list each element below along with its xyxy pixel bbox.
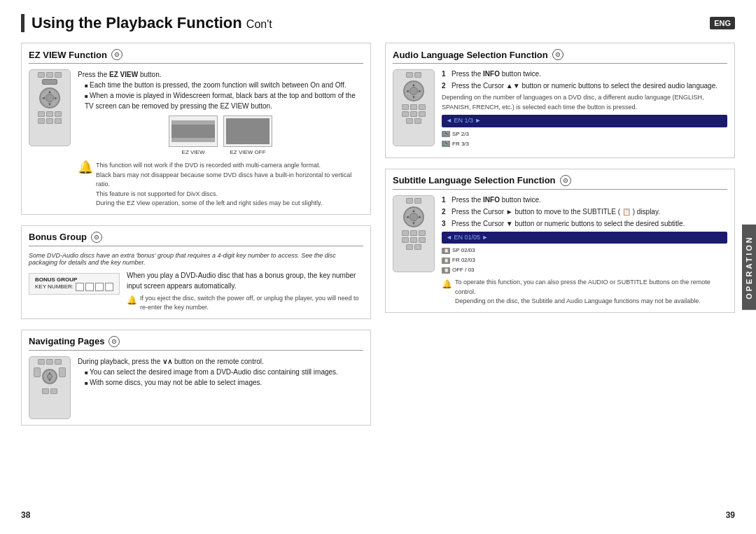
nav-vol-up [34, 367, 41, 377]
remote-btn-7 [38, 118, 45, 124]
audio-display: ◄ EN 1/3 ► 🔊 SP 2/3 🔊 FR 3/3 [442, 115, 727, 149]
left-column: EZ VIEW Function ⊙ [21, 43, 371, 503]
audio-lang-row-1: 🔊 SP 2/3 [442, 129, 727, 139]
audio-text: 1 Press the INFO button twice. 2 Press t… [442, 69, 727, 152]
audio-lang-1: SP 2/3 [452, 130, 469, 139]
audio-r-7 [410, 111, 417, 117]
subtitle-step1: 1 Press the INFO button twice. [442, 195, 727, 205]
note-bullet: 🔔 [127, 294, 137, 307]
nav-desc-start: During playback, press the [78, 358, 160, 365]
ez-view-step1: Press the EZ VIEW button. [78, 69, 363, 80]
diagram-on-image [172, 120, 214, 141]
nav-r-btn-5 [50, 388, 57, 394]
remote-btn-5 [46, 111, 53, 117]
title-text: Using the Playback Function Con't [31, 14, 272, 32]
bonus-group-content: BONUS GROUP KEY NUMBER: [29, 270, 363, 313]
subtitle-remote-row4 [406, 244, 421, 250]
nav-remote: ▲ ▼ [29, 356, 71, 419]
audio-step1-num: 1 [442, 69, 449, 79]
remote-row-4 [38, 118, 62, 124]
bonus-group-title: Bonus Group ⊙ [29, 232, 363, 246]
navigating-pages-title: Navigating Pages ⊙ [29, 336, 363, 351]
bonus-group-title-text: Bonus Group [29, 232, 87, 242]
key-sq-2 [85, 283, 94, 291]
nav-vol-dn [59, 367, 66, 377]
audio-language-content: ▲ ▼ ◄ ► [393, 69, 727, 152]
sub-nav-down: ▼ [412, 221, 416, 225]
subtitle-language-content: ▲ ▼ ◄ ► [393, 195, 727, 307]
sub-r-1 [406, 198, 413, 204]
nav-bullet-2: With some discs, you may not be able to … [85, 377, 363, 388]
sub-step1-num: 1 [442, 195, 449, 205]
bonus-note: 🔔 If you eject the disc, switch the powe… [127, 294, 363, 313]
ez-view-content: ▲ ▼ ◄ ► [29, 69, 363, 209]
sub-step1-text: Press the INFO button twice. [451, 195, 541, 205]
sub-r-4 [410, 230, 417, 236]
remote-row-1 [38, 72, 62, 78]
key-labels: BONUS GROUP KEY NUMBER: [35, 276, 113, 291]
nav-center-btn [46, 94, 54, 102]
page-number-left: 38 [21, 510, 30, 520]
sub-lang-row-1: 📋 SP 02/03 [442, 246, 727, 255]
bonus-group-icon: ⊙ [91, 232, 102, 243]
page-numbers: 38 39 [21, 510, 735, 520]
subtitle-note-icon: 🔔 [442, 278, 452, 290]
note-text: This function will not work if the DVD i… [96, 161, 363, 209]
audio-r-4 [410, 104, 417, 110]
sub-r-3 [402, 230, 409, 236]
navigating-pages-section: Navigating Pages ⊙ ▲ [21, 330, 371, 426]
diagram-off-box [223, 115, 272, 147]
audio-nav-right: ► [418, 89, 422, 93]
sub-r-9 [406, 244, 413, 250]
sub-lang-icon-1: 📋 [442, 248, 450, 254]
subtitle-remote: ▲ ▼ ◄ ► [393, 195, 435, 272]
nav-circle: ▲ ▼ ◄ ► [39, 87, 60, 108]
sub-r-5 [419, 230, 426, 236]
sub-lang-1: SP 02/03 [452, 246, 475, 255]
remote-row-2 [42, 79, 57, 85]
audio-remote-row4 [406, 118, 421, 124]
diagram-off-image [226, 118, 269, 144]
nav-right: ► [54, 96, 58, 100]
audio-language-section: Audio Language Selection Function ⊙ ▲ ▼ … [385, 43, 735, 158]
sub-lang-3: OFF / 03 [452, 266, 475, 274]
nav-remote-row3 [42, 388, 57, 394]
ez-view-title-text: EZ VIEW Function [29, 50, 107, 60]
nav-remote-row1 [38, 359, 62, 365]
sub-r-2 [414, 198, 421, 204]
nav-bullet-1: You can select the desired image from a … [85, 367, 363, 377]
diagram-off: EZ VIEW OFF [223, 115, 272, 157]
subtitle-language-icon: ⊙ [560, 175, 571, 186]
right-column: Audio Language Selection Function ⊙ ▲ ▼ … [385, 43, 735, 503]
sub-nav-right: ► [418, 215, 422, 219]
audio-r-1 [406, 72, 413, 78]
bonus-italic-note: Some DVD-Audio discs have an extra 'bonu… [29, 252, 363, 266]
subtitle-notes: 🔔 To operate this function, you can also… [442, 278, 727, 307]
nav-desc-end: button on the remote control. [174, 358, 264, 365]
nav-r-btn-3 [55, 359, 62, 365]
diagram-on: EZ VIEW [169, 115, 218, 157]
page-container: Using the Playback Function Con't ENG EZ… [0, 0, 756, 534]
remote-row-3 [38, 111, 62, 117]
navigating-pages-title-text: Navigating Pages [29, 336, 104, 346]
audio-step1: 1 Press the INFO button twice. [442, 69, 727, 79]
sub-lang-icon-3: 📋 [442, 267, 450, 274]
key-input-box: BONUS GROUP KEY NUMBER: [29, 273, 120, 295]
subtitle-display: ◄ EN 01/05 ► 📋 SP 02/03 📋 FR 02/03 [442, 232, 727, 276]
remote-btn-9 [55, 118, 62, 124]
audio-remote-row3 [402, 111, 426, 117]
note-3: During the EZ View operation, some of th… [96, 199, 363, 209]
subtitle-remote-row2 [402, 230, 426, 236]
audio-r-6 [402, 111, 409, 117]
navigating-pages-content: ▲ ▼ During playback [29, 356, 363, 419]
subtitle-text: 1 Press the INFO button twice. 2 Press t… [442, 195, 727, 307]
subtitle-selected-text: ◄ EN 01/05 ► [446, 233, 488, 243]
sub-step3-text: Press the Cursor ▼ button or numeric but… [451, 219, 685, 229]
note-icon: 🔔 [78, 161, 93, 174]
audio-r-3 [402, 104, 409, 110]
audio-language-icon: ⊙ [552, 49, 564, 60]
sub-step2-text: Press the Cursor ► button to move to the… [451, 207, 660, 217]
audio-lang-icon-2: 🔊 [442, 141, 450, 147]
audio-step2: 2 Press the Cursor ▲▼ button or numeric … [442, 81, 727, 91]
remote-btn-3 [55, 72, 62, 78]
